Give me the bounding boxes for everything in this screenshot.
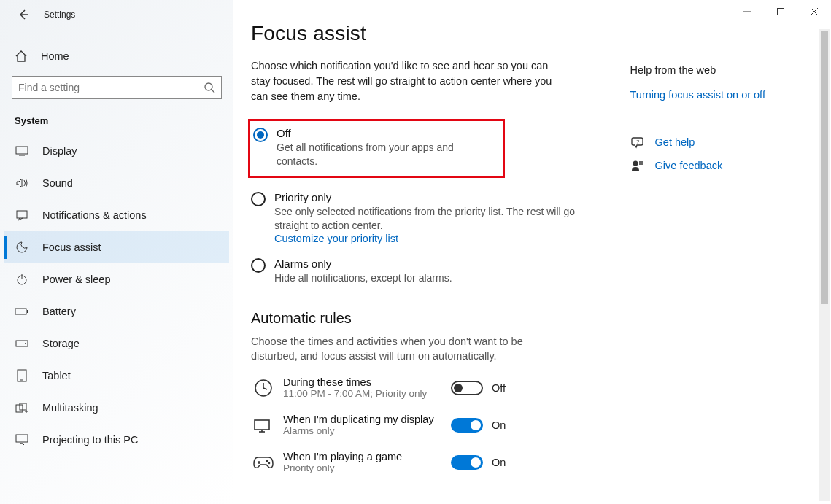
sidebar-home-label: Home — [41, 50, 69, 62]
search-input[interactable] — [18, 82, 204, 93]
power-icon — [15, 274, 29, 285]
toggle-state: Off — [492, 382, 506, 394]
window-title: Settings — [44, 9, 75, 20]
minimize-button[interactable] — [730, 0, 764, 23]
rule-toggle[interactable] — [451, 455, 483, 470]
sidebar-item-label: Sound — [42, 177, 73, 189]
help-icon: ? — [630, 136, 645, 149]
rule-title: When I'm duplicating my display — [283, 414, 436, 425]
help-heading: Help from the web — [630, 64, 813, 76]
sidebar-item-multitasking[interactable]: Multitasking — [4, 392, 229, 424]
toggle-state: On — [492, 419, 506, 431]
main-content: Focus assist Choose which notification y… — [233, 0, 831, 504]
svg-rect-20 — [778, 9, 784, 15]
svg-rect-8 — [15, 309, 26, 314]
svg-text:?: ? — [636, 139, 640, 145]
multitasking-icon — [15, 403, 29, 413]
svg-point-11 — [25, 343, 26, 344]
get-help-link[interactable]: ? Get help — [630, 136, 813, 149]
give-feedback-link[interactable]: Give feedback — [630, 159, 813, 172]
svg-point-31 — [266, 460, 268, 462]
rule-toggle[interactable] — [451, 418, 483, 433]
automatic-rules-desc: Choose the times and activities when you… — [251, 334, 565, 364]
rule-title: During these times — [283, 376, 436, 388]
search-box[interactable] — [12, 76, 222, 99]
help-link[interactable]: Turning focus assist on or off — [630, 89, 813, 101]
projecting-icon — [15, 434, 29, 446]
radio-label: Priority only — [274, 191, 581, 203]
display-icon — [15, 146, 29, 156]
sidebar-category: System — [15, 115, 229, 126]
rule-sub: Priority only — [283, 462, 436, 473]
radio-indicator — [251, 258, 266, 273]
svg-line-25 — [263, 388, 267, 389]
sound-icon — [15, 177, 29, 189]
sidebar-item-projecting[interactable]: Projecting to this PC — [4, 424, 229, 456]
search-icon — [204, 82, 215, 93]
svg-point-1 — [205, 83, 212, 90]
sidebar: Settings Home System Display Sound — [0, 0, 233, 504]
maximize-button[interactable] — [764, 0, 797, 23]
sidebar-item-power[interactable]: Power & sleep — [4, 263, 229, 295]
radio-off[interactable]: Off Get all notifications from your apps… — [253, 127, 495, 168]
rule-playing-game[interactable]: When I'm playing a game Priority only On — [251, 451, 604, 473]
nav-list: Display Sound Notifications & actions Fo… — [4, 135, 229, 456]
radio-alarms-only[interactable]: Alarms only Hide all notifications, exce… — [251, 257, 604, 285]
game-icon — [251, 455, 276, 470]
radio-sub: Get all notifications from your apps and… — [277, 141, 495, 168]
radio-sub: Hide all notifications, except for alarm… — [274, 271, 452, 285]
rule-toggle[interactable] — [451, 381, 483, 395]
sidebar-item-notifications[interactable]: Notifications & actions — [4, 199, 229, 231]
sidebar-item-label: Multitasking — [42, 402, 98, 414]
sidebar-item-sound[interactable]: Sound — [4, 167, 229, 199]
aside: Help from the web Turning focus assist o… — [630, 58, 813, 488]
sidebar-item-label: Battery — [42, 306, 76, 317]
get-help-label: Get help — [655, 136, 695, 148]
page-title: Focus assist — [251, 22, 813, 45]
rule-sub: Alarms only — [283, 425, 436, 436]
page-description: Choose which notification you'd like to … — [251, 58, 565, 104]
sidebar-item-label: Focus assist — [42, 241, 101, 253]
sidebar-item-tablet[interactable]: Tablet — [4, 360, 229, 392]
sidebar-item-focus-assist[interactable]: Focus assist — [4, 231, 229, 263]
radio-label: Alarms only — [274, 257, 452, 270]
home-icon — [15, 50, 29, 63]
toggle-state: On — [492, 457, 506, 468]
duplicate-display-icon — [251, 417, 276, 433]
sidebar-item-storage[interactable]: Storage — [4, 327, 229, 360]
rule-duplicating-display[interactable]: When I'm duplicating my display Alarms o… — [251, 414, 604, 436]
sidebar-item-label: Notifications & actions — [42, 209, 147, 221]
window-controls — [730, 0, 831, 23]
svg-point-34 — [633, 161, 638, 166]
sidebar-item-label: Projecting to this PC — [42, 434, 138, 446]
scrollbar[interactable] — [819, 29, 830, 501]
focus-mode-group: Off Get all notifications from your apps… — [251, 119, 604, 284]
svg-rect-26 — [255, 420, 269, 430]
radio-indicator — [253, 128, 268, 142]
radio-sub: See only selected notifications from the… — [274, 205, 581, 233]
sidebar-item-display[interactable]: Display — [4, 135, 229, 167]
feedback-label: Give feedback — [655, 160, 723, 171]
highlight-box: Off Get all notifications from your apps… — [248, 119, 505, 178]
back-button[interactable] — [15, 6, 32, 23]
svg-rect-5 — [17, 211, 27, 218]
scrollbar-thumb[interactable] — [821, 31, 828, 304]
sidebar-item-label: Display — [42, 145, 77, 157]
svg-rect-3 — [16, 147, 28, 154]
tablet-icon — [15, 369, 29, 382]
svg-rect-9 — [27, 310, 28, 313]
storage-icon — [15, 339, 29, 348]
customize-priority-link[interactable]: Customize your priority list — [274, 233, 581, 244]
sidebar-home[interactable]: Home — [4, 42, 229, 70]
clock-icon — [251, 379, 276, 398]
sidebar-item-label: Tablet — [42, 370, 71, 381]
feedback-icon — [630, 159, 645, 172]
focus-assist-icon — [15, 241, 29, 254]
sidebar-item-battery[interactable]: Battery — [4, 295, 229, 327]
rule-during-times[interactable]: During these times 11:00 PM - 7:00 AM; P… — [251, 376, 604, 399]
radio-priority-only[interactable]: Priority only See only selected notifica… — [251, 191, 604, 244]
close-button[interactable] — [797, 0, 831, 23]
radio-label: Off — [277, 127, 495, 139]
svg-rect-18 — [16, 435, 28, 442]
automatic-rules-heading: Automatic rules — [251, 310, 604, 327]
